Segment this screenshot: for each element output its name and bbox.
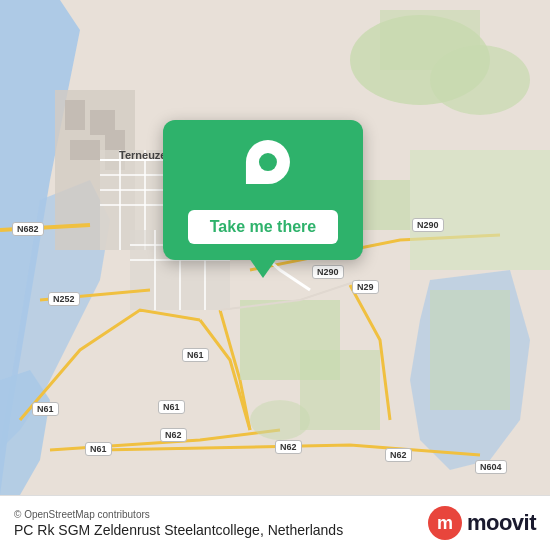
- road-label-n61-3: N61: [182, 348, 209, 362]
- svg-rect-3: [380, 10, 480, 70]
- pin-wrapper: [227, 131, 299, 203]
- osm-credit: © OpenStreetMap contributors: [14, 509, 343, 520]
- popup-card: Take me there: [163, 120, 363, 260]
- moovit-text: moovit: [467, 510, 536, 536]
- road-label-n62-3: N62: [385, 448, 412, 462]
- footer: © OpenStreetMap contributors PC Rk SGM Z…: [0, 495, 550, 550]
- footer-left: © OpenStreetMap contributors PC Rk SGM Z…: [14, 509, 343, 538]
- road-label-n604: N604: [475, 460, 507, 474]
- take-me-there-button[interactable]: Take me there: [188, 210, 338, 244]
- svg-rect-29: [430, 290, 510, 410]
- road-label-n62-2: N62: [275, 440, 302, 454]
- road-label-n29: N29: [352, 280, 379, 294]
- road-label-n61-4: N61: [158, 400, 185, 414]
- road-label-n62-1: N62: [160, 428, 187, 442]
- road-label-n290: N290: [312, 265, 344, 279]
- road-label-n61-2: N61: [85, 442, 112, 456]
- svg-rect-28: [410, 150, 550, 270]
- road-label-n682: N682: [12, 222, 44, 236]
- svg-rect-25: [300, 350, 380, 430]
- moovit-icon: m: [427, 505, 463, 541]
- location-pin-icon: [246, 140, 290, 184]
- location-name: PC Rk SGM Zeldenrust Steelantcollege, Ne…: [14, 522, 343, 538]
- svg-text:m: m: [437, 513, 453, 533]
- moovit-logo: m moovit: [427, 505, 536, 541]
- map-container: Terneuzen N682 N252 N61 N61 N61 N61 N290…: [0, 0, 550, 495]
- svg-rect-5: [65, 100, 85, 130]
- road-label-n290-2: N290: [412, 218, 444, 232]
- road-label-n61-1: N61: [32, 402, 59, 416]
- road-label-n252: N252: [48, 292, 80, 306]
- svg-point-27: [250, 400, 310, 440]
- svg-rect-7: [70, 140, 100, 160]
